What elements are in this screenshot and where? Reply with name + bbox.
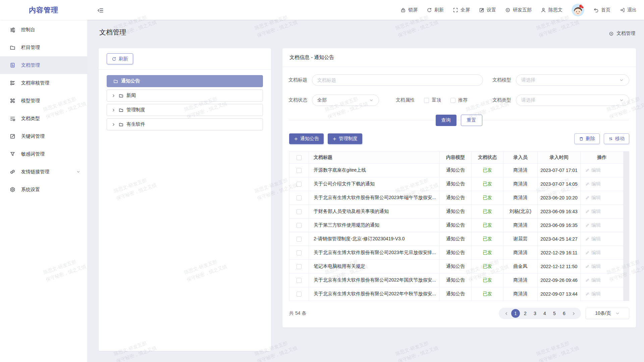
col-title: 文档标题 (309, 152, 440, 164)
pager-prev[interactable] (502, 309, 510, 318)
row-checkbox[interactable] (297, 278, 302, 283)
sidebar-item-文档管理[interactable]: 文档管理 (0, 56, 87, 74)
sidebar-item-栏目管理[interactable]: 栏目管理 (0, 39, 87, 56)
edit-link[interactable]: 编辑 (585, 167, 601, 173)
tree-node-新闻[interactable]: 新闻 (107, 89, 263, 102)
table-row: 关于北京有生博大软件股份有限公司2022年国庆节放假安...通知公告已发商清清2… (289, 274, 624, 287)
doc-title-label: 文档标题 (288, 77, 308, 83)
avatar[interactable] (572, 4, 584, 16)
collapse-sidebar-icon[interactable] (97, 7, 103, 13)
edit-link[interactable]: 编辑 (585, 250, 601, 256)
breadcrumb[interactable]: 文档管理 (609, 31, 635, 37)
pencil-icon (585, 209, 590, 214)
edit-link[interactable]: 编辑 (585, 181, 601, 187)
delete-button[interactable]: 删除 (574, 133, 600, 144)
header-fullscreen[interactable]: 全屏 (453, 7, 470, 13)
pager-page-4[interactable]: 4 (540, 309, 549, 318)
table-header-row: 文档标题 内容模型 文档状态 录入员 录入时间 操作 (289, 152, 624, 164)
doc-time-cell: 2023-06-09 16:35 (538, 219, 581, 232)
total-count: 共 54 条 (289, 310, 306, 316)
sidebar-item-敏感词管理[interactable]: 敏感词管理 (0, 145, 87, 163)
pager-page-2[interactable]: 2 (521, 309, 530, 318)
chevron-right-icon[interactable] (111, 108, 116, 112)
doc-status-cell: 已发 (472, 205, 503, 219)
sidebar-item-友情链接管理[interactable]: 友情链接管理 (0, 163, 87, 181)
tree-refresh-button[interactable]: 刷新 (107, 53, 133, 64)
chevron-down-icon (76, 170, 80, 174)
doc-type-select[interactable]: 请选择 (516, 95, 629, 106)
select-all-checkbox[interactable] (297, 155, 302, 160)
tree-node-通知公告[interactable]: 通知公告 (107, 75, 263, 87)
header-settings[interactable]: 设置 (479, 7, 496, 13)
move-button[interactable]: 移动 (604, 133, 629, 144)
header-user[interactable]: 陈思文 (541, 7, 562, 13)
header-home-button[interactable]: 首页 (593, 7, 610, 13)
folder-icon (119, 122, 123, 127)
header-logout-button[interactable]: 退出 (620, 7, 637, 13)
pager-page-6[interactable]: 6 (560, 309, 569, 318)
edit-link[interactable]: 编辑 (585, 263, 601, 269)
table-scrollbar[interactable] (624, 151, 629, 301)
edit-square-icon (479, 7, 484, 13)
row-checkbox[interactable] (297, 223, 302, 228)
col-time: 录入时间 (538, 152, 581, 164)
search-button[interactable]: 查询 (436, 115, 457, 126)
app-logo: 内容管理 (0, 5, 87, 15)
pager-page-5[interactable]: 5 (550, 309, 559, 318)
attr-recommend-checkbox[interactable]: 推荐 (450, 97, 468, 103)
sidebar-item-系统设置[interactable]: 系统设置 (0, 181, 87, 198)
edit-link[interactable]: 编辑 (585, 208, 601, 215)
doc-title-cell: 关于第三方软件使用规范的通知 (309, 219, 440, 232)
col-recorder: 录入员 (503, 152, 538, 164)
page-size-select[interactable]: 10条/页 (586, 308, 629, 319)
edit-link[interactable]: 编辑 (585, 222, 601, 228)
row-checkbox[interactable] (297, 250, 302, 255)
pager-page-3[interactable]: 3 (531, 309, 539, 318)
doc-actions-cell: 编辑 (581, 219, 624, 232)
sidebar-item-文档审核管理[interactable]: 文档审核管理 (0, 74, 87, 92)
audit-icon (10, 80, 15, 86)
tree-node-管理制度[interactable]: 管理制度 (107, 104, 263, 116)
pager-next[interactable] (570, 309, 578, 318)
attr-top-checkbox[interactable]: 置顶 (424, 97, 441, 103)
doc-actions-cell: 编辑 (581, 287, 624, 301)
sidebar-item-控制台[interactable]: 控制台 (0, 21, 87, 39)
edit-link[interactable]: 编辑 (585, 277, 601, 283)
sidebar-item-模型管理[interactable]: 模型管理 (0, 92, 87, 110)
add-通知公告-button[interactable]: 通知公告 (289, 133, 324, 144)
row-checkbox[interactable] (297, 182, 302, 187)
doc-time-cell: 2022-09-26 09:46 (538, 274, 581, 287)
location-dot-icon (609, 31, 614, 36)
row-checkbox[interactable] (297, 209, 302, 214)
row-checkbox[interactable] (297, 292, 302, 297)
logout-icon (620, 7, 625, 13)
reset-button[interactable]: 重置 (461, 115, 482, 126)
tree-node-有生软件[interactable]: 有生软件 (107, 118, 263, 130)
edit-link[interactable]: 编辑 (585, 236, 601, 242)
sidebar-item-文档类型[interactable]: 文档类型 (0, 110, 87, 127)
row-checkbox[interactable] (297, 168, 302, 173)
doc-status-select[interactable]: 全部 (312, 95, 379, 106)
sidebar-item-关键词管理[interactable]: 关键词管理 (0, 127, 87, 145)
plus-icon (294, 137, 298, 141)
doc-title-cell: 关于公司介绍文件下载的通知 (309, 177, 440, 191)
edit-link[interactable]: 编辑 (585, 195, 601, 201)
checkbox[interactable] (450, 98, 455, 103)
checkbox[interactable] (424, 98, 429, 103)
col-model: 内容模型 (440, 152, 472, 164)
doc-title-input[interactable] (312, 74, 483, 86)
header-lock-screen[interactable]: 锁屏 (400, 7, 418, 13)
header-department[interactable]: 研发五部 (505, 7, 532, 13)
chevron-right-icon[interactable] (111, 94, 116, 98)
doc-time-cell: 2022-12-29 16:11 (538, 246, 581, 260)
pager-page-1[interactable]: 1 (511, 309, 520, 318)
doc-model-cell: 通知公告 (440, 164, 472, 177)
add-管理制度-button[interactable]: 管理制度 (328, 133, 362, 144)
doc-model-select[interactable]: 请选择 (516, 74, 629, 86)
edit-link[interactable]: 编辑 (585, 291, 601, 297)
chevron-right-icon[interactable] (111, 122, 116, 127)
header-refresh[interactable]: 刷新 (427, 7, 444, 13)
row-checkbox[interactable] (297, 237, 302, 242)
row-checkbox[interactable] (297, 264, 302, 269)
row-checkbox[interactable] (297, 195, 302, 200)
